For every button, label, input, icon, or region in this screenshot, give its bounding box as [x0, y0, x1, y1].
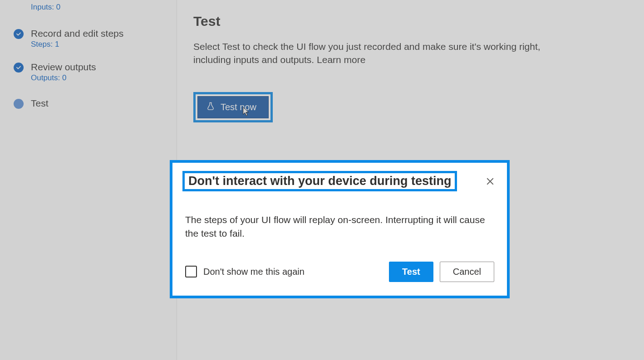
dialog-footer: Don't show me this again Test Cancel — [182, 262, 497, 282]
checkbox-box[interactable] — [185, 266, 197, 277]
dialog-body: The steps of your UI flow will replay on… — [182, 213, 497, 241]
test-warning-dialog: Don't interact with your device during t… — [170, 160, 510, 298]
test-button[interactable]: Test — [389, 262, 433, 282]
dont-show-again-checkbox[interactable]: Don't show me this again — [185, 266, 305, 277]
close-button[interactable] — [483, 175, 497, 190]
dialog-title-highlight: Don't interact with your device during t… — [182, 171, 457, 191]
dont-show-label: Don't show me this again — [203, 267, 305, 277]
dialog-title: Don't interact with your device during t… — [188, 174, 451, 188]
cancel-button[interactable]: Cancel — [440, 262, 494, 282]
close-icon — [486, 178, 494, 187]
